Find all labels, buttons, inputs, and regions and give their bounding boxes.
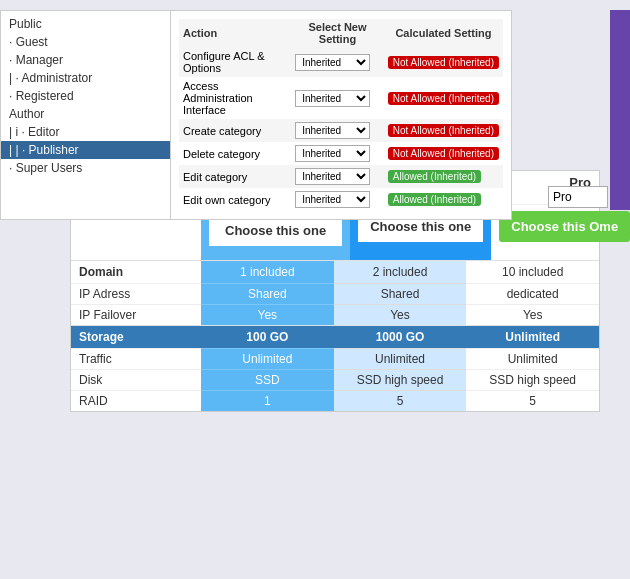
- sidebar-item-author[interactable]: Author: [1, 105, 170, 123]
- select-cell: Inherited: [291, 188, 384, 211]
- table-row: Access Administration Interface Inherite…: [179, 77, 503, 119]
- ip-failover-basic: Yes: [201, 304, 334, 325]
- domain-pro: 10 included: [466, 261, 599, 283]
- traffic-row: Traffic Unlimited Unlimited Unlimited: [71, 348, 599, 369]
- ip-failover-plus: Yes: [334, 304, 467, 325]
- action-label: Access Administration Interface: [179, 77, 291, 119]
- select-cell: Inherited: [291, 165, 384, 188]
- domain-row: Domain 1 included 2 included 10 included: [71, 260, 599, 283]
- inherited-select-0[interactable]: Inherited: [295, 54, 370, 71]
- table-row: Edit category Inherited Allowed (Inherit…: [179, 165, 503, 188]
- ip-address-pro: dedicated: [466, 283, 599, 304]
- action-label: Create category: [179, 119, 291, 142]
- inherited-select-5[interactable]: Inherited: [295, 191, 370, 208]
- sidebar-item-editor[interactable]: | i · Editor: [1, 123, 170, 141]
- sidebar-item-guest[interactable]: · Guest: [1, 33, 170, 51]
- storage-plus: 1000 GO: [334, 326, 467, 348]
- ip-address-row: IP Adress Shared Shared dedicated: [71, 283, 599, 304]
- sidebar-item-manager[interactable]: · Manager: [1, 51, 170, 69]
- table-row: Delete category Inherited Not Allowed (I…: [179, 142, 503, 165]
- traffic-basic: Unlimited: [201, 348, 334, 369]
- badge-cell: Not Allowed (Inherited): [384, 142, 503, 165]
- storage-pro: Unlimited: [466, 326, 599, 348]
- inherited-select-1[interactable]: Inherited: [295, 90, 370, 107]
- col-action: Action: [179, 19, 291, 47]
- domain-basic: 1 included: [201, 261, 334, 283]
- sidebar-item-registered[interactable]: · Registered: [1, 87, 170, 105]
- acl-sidebar: Public · Guest · Manager | · Administrat…: [1, 11, 171, 219]
- status-badge: Allowed (Inherited): [388, 193, 481, 206]
- table-row: Create category Inherited Not Allowed (I…: [179, 119, 503, 142]
- action-label: Edit category: [179, 165, 291, 188]
- storage-label: Storage: [71, 326, 201, 348]
- choose-pro-cell: Choose this Ome: [491, 205, 630, 260]
- raid-label: RAID: [71, 390, 201, 411]
- col-calculated: Calculated Setting: [384, 19, 503, 47]
- ip-failover-label: IP Failover: [71, 304, 201, 325]
- traffic-plus: Unlimited: [334, 348, 467, 369]
- acl-panel: Public · Guest · Manager | · Administrat…: [0, 10, 512, 220]
- select-cell: Inherited: [291, 47, 384, 77]
- sidebar-item-public[interactable]: Public: [1, 15, 170, 33]
- table-row: Edit own category Inherited Allowed (Inh…: [179, 188, 503, 211]
- ip-address-plus: Shared: [334, 283, 467, 304]
- disk-label: Disk: [71, 369, 201, 390]
- raid-basic: 1: [201, 390, 334, 411]
- disk-basic: SSD: [201, 369, 334, 390]
- badge-cell: Allowed (Inherited): [384, 188, 503, 211]
- table-row: Configure ACL & Options Inherited Not Al…: [179, 47, 503, 77]
- badge-cell: Not Allowed (Inherited): [384, 119, 503, 142]
- disk-pro: SSD high speed: [466, 369, 599, 390]
- badge-cell: Not Allowed (Inherited): [384, 47, 503, 77]
- select-cell: Inherited: [291, 119, 384, 142]
- status-badge: Not Allowed (Inherited): [388, 56, 499, 69]
- sidebar-item-superusers[interactable]: · Super Users: [1, 159, 170, 177]
- sidebar-item-administrator[interactable]: | · Administrator: [1, 69, 170, 87]
- inherited-select-4[interactable]: Inherited: [295, 168, 370, 185]
- storage-row: Storage 100 GO 1000 GO Unlimited: [71, 325, 599, 348]
- disk-plus: SSD high speed: [334, 369, 467, 390]
- ip-failover-row: IP Failover Yes Yes Yes: [71, 304, 599, 325]
- select-cell: Inherited: [291, 77, 384, 119]
- right-accent-bar: [610, 10, 630, 210]
- ip-address-label: IP Adress: [71, 283, 201, 304]
- acl-table: Action Select New Setting Calculated Set…: [179, 19, 503, 211]
- disk-row: Disk SSD SSD high speed SSD high speed: [71, 369, 599, 390]
- status-badge: Allowed (Inherited): [388, 170, 481, 183]
- choose-pro-button[interactable]: Choose this Ome: [499, 211, 630, 242]
- domain-plus: 2 included: [334, 261, 467, 283]
- status-badge: Not Allowed (Inherited): [388, 124, 499, 137]
- inherited-select-2[interactable]: Inherited: [295, 122, 370, 139]
- badge-cell: Allowed (Inherited): [384, 165, 503, 188]
- action-label: Configure ACL & Options: [179, 47, 291, 77]
- badge-cell: Not Allowed (Inherited): [384, 77, 503, 119]
- inherited-select-3[interactable]: Inherited: [295, 145, 370, 162]
- acl-table-area: Action Select New Setting Calculated Set…: [171, 11, 511, 219]
- raid-plus: 5: [334, 390, 467, 411]
- raid-row: RAID 1 5 5: [71, 390, 599, 411]
- ip-address-basic: Shared: [201, 283, 334, 304]
- domain-label: Domain: [71, 261, 201, 283]
- raid-pro: 5: [466, 390, 599, 411]
- ip-failover-pro: Yes: [466, 304, 599, 325]
- pro-title-input[interactable]: [548, 186, 608, 208]
- traffic-pro: Unlimited: [466, 348, 599, 369]
- col-select: Select New Setting: [291, 19, 384, 47]
- storage-basic: 100 GO: [201, 326, 334, 348]
- status-badge: Not Allowed (Inherited): [388, 147, 499, 160]
- traffic-label: Traffic: [71, 348, 201, 369]
- action-label: Delete category: [179, 142, 291, 165]
- sidebar-item-publisher[interactable]: | | · Publisher: [1, 141, 170, 159]
- status-badge: Not Allowed (Inherited): [388, 92, 499, 105]
- action-label: Edit own category: [179, 188, 291, 211]
- select-cell: Inherited: [291, 142, 384, 165]
